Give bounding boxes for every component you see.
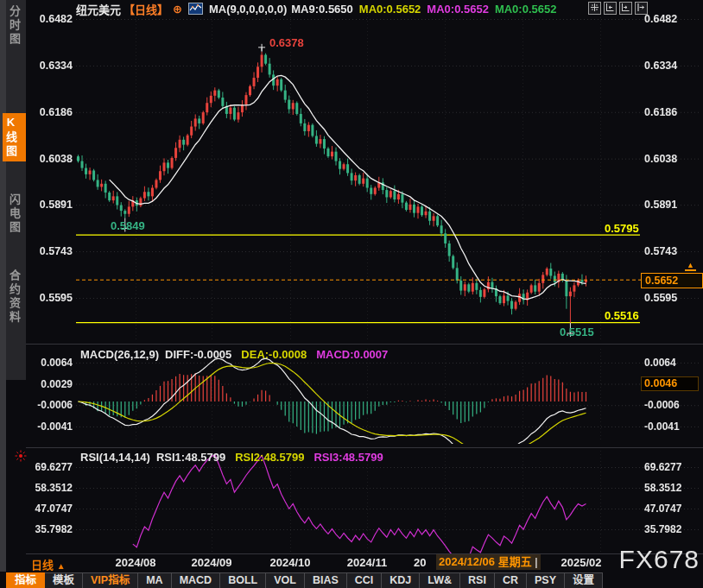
aug-low-annotation: 0.5849 <box>111 219 145 232</box>
rsi-axis-label: 35.7982 <box>644 523 681 535</box>
sidebar-item-time-chart[interactable]: 分时图 <box>6 5 26 47</box>
macd-axis-label: -0.0006 <box>644 399 680 411</box>
x-axis-tick: 2024/09 <box>192 556 232 569</box>
ma0-value-green: MA0:0.5652 <box>495 3 557 16</box>
indicator-toolbar: 指标模板VIP指标MAMACDBOLLVOLBIASCCIKDJLW&RSICR… <box>0 572 703 588</box>
ma0-value-yellow: MA0:0.5652 <box>359 3 421 16</box>
rsi-axis-label: 69.6277 <box>26 461 73 473</box>
toolbar-item-LW&[interactable]: LW& <box>420 572 460 588</box>
toolbar-item-RSI[interactable]: RSI <box>460 572 495 588</box>
ma0-value-magenta: MA0:0.5652 <box>427 3 489 16</box>
feb-low-annotation: 0.5515 <box>560 326 594 338</box>
macd-dea-value: DEA:-0.0008 <box>241 348 307 361</box>
macd-axis-label: 0.0029 <box>26 378 73 390</box>
macd-axis-label: 0.0064 <box>26 357 73 369</box>
high-annotation: 0.6378 <box>269 36 304 49</box>
price-axis-label: 0.5595 <box>26 292 73 304</box>
toolbar-item-KDJ[interactable]: KDJ <box>382 572 420 588</box>
shift-right-icon[interactable] <box>619 2 632 15</box>
toolbar-item-BOLL[interactable]: BOLL <box>220 572 266 588</box>
resistance-level-label: 0.5795 <box>605 222 639 235</box>
trading-app-window: 分时图 K线图 闪电图 合约资料 纽元美元 【日线】 ⊕ MA(9,0,0,0,… <box>0 0 703 588</box>
toolbar-item-MACD[interactable]: MACD <box>172 572 221 588</box>
macd-diff-value: DIFF:-0.0005 <box>165 348 231 361</box>
current-price-tag: 0.5652 <box>641 273 703 288</box>
chart-nav-icons <box>588 2 648 15</box>
x-axis-tick-partial: 20 <box>414 556 426 569</box>
rsi-axis-label: 35.7982 <box>26 523 73 535</box>
macd-axis-label: 0.0064 <box>644 357 676 369</box>
toolbar-item-MA[interactable]: MA <box>138 572 171 588</box>
period-selector[interactable]: 日线 ▲ <box>31 556 66 572</box>
price-axis-label: 0.5743 <box>644 245 677 257</box>
price-axis-label: 0.6334 <box>644 60 677 72</box>
panel-divider <box>26 344 703 345</box>
ma-settings-label: MA(9,0,0,0,0,0) <box>209 3 287 16</box>
price-axis-label: 0.6186 <box>26 106 73 118</box>
toolbar-item-VIP指标[interactable]: VIP指标 <box>83 572 138 588</box>
rsi-params: RSI(14,14,14) <box>80 451 150 464</box>
rsi-axis-label: 58.3512 <box>644 482 681 494</box>
toolbar-item-模板[interactable]: 模板 <box>45 572 83 588</box>
live-indicator-icon[interactable] <box>14 449 28 463</box>
macd-axis-label: -0.0006 <box>26 399 73 411</box>
pan-icon[interactable] <box>588 2 601 15</box>
rsi-header: RSI(14,14,14) RSI1:48.5799 RSI2:48.5799 … <box>80 451 383 464</box>
support-level-label: 0.5516 <box>605 309 639 322</box>
ma9-value: MA9:0.5650 <box>291 3 353 16</box>
toolbar-item-设置[interactable]: 设置 <box>565 572 603 588</box>
macd-params: MACD(26,12,9) <box>80 348 159 361</box>
price-axis-label: 0.6186 <box>644 106 677 118</box>
sidebar-item-candle-chart[interactable]: K线图 <box>3 113 26 161</box>
price-axis-label: 0.6038 <box>644 153 677 165</box>
price-axis-label: 0.5891 <box>26 199 73 211</box>
toolbar-item-VOL[interactable]: VOL <box>266 572 305 588</box>
chart-header: 纽元美元 【日线】 ⊕ MA(9,0,0,0,0,0) MA9:0.5650 M… <box>76 2 556 16</box>
x-axis-tick: 2024/10 <box>270 556 311 569</box>
rsi1-value: RSI1:48.5799 <box>156 451 225 464</box>
price-axis-label: 0.6334 <box>26 60 73 72</box>
rsi-axis-label: 47.0747 <box>26 503 73 515</box>
price-axis-label: 0.5891 <box>644 199 677 211</box>
toolbar-item-CCI[interactable]: CCI <box>347 572 383 588</box>
price-up-arrow-icon: ▲ <box>685 262 696 271</box>
mini-line-chart-icon[interactable] <box>188 3 203 15</box>
shift-left-icon[interactable] <box>604 2 617 15</box>
toolbar-item-PSY[interactable]: PSY <box>527 572 565 588</box>
price-axis-label: 0.6482 <box>644 13 677 25</box>
sidebar-edge-strip <box>0 0 6 572</box>
toolbar-item-指标[interactable]: 指标 <box>6 572 45 588</box>
macd-current-tag: 0.0046 <box>641 376 699 391</box>
macd-header: MACD(26,12,9) DIFF:-0.0005 DEA:-0.0008 M… <box>80 348 388 361</box>
price-axis-label: 0.5595 <box>644 292 677 304</box>
watermark-logo: FX678 <box>619 545 700 574</box>
text-cursor: | <box>535 555 537 568</box>
symbol-name: 纽元美元 <box>76 1 121 17</box>
x-axis-row: 日线 ▲ 20 2024/12/06 星期五 | 2024/082024/092… <box>0 554 703 572</box>
chart-type-sidebar: 分时图 K线图 闪电图 合约资料 <box>6 0 26 380</box>
toolbar-item-BIAS[interactable]: BIAS <box>305 572 347 588</box>
price-axis-label: 0.6482 <box>26 13 73 25</box>
toolbar-item-CR[interactable]: CR <box>495 572 527 588</box>
macd-bar-value: MACD:0.0007 <box>316 348 388 361</box>
jump-to-latest-icon[interactable] <box>635 2 648 15</box>
rsi-axis-label: 69.6277 <box>644 461 681 473</box>
rsi2-value: RSI2:48.5799 <box>235 451 304 464</box>
price-axis-label: 0.5743 <box>26 245 73 257</box>
panel-divider <box>26 447 703 448</box>
period-badge: 【日线】 <box>124 1 168 17</box>
rsi-axis-label: 47.0747 <box>644 503 681 515</box>
x-axis-cursor-date: 2024/12/06 星期五 | <box>436 554 541 570</box>
x-axis-tick: 2024/08 <box>116 556 156 569</box>
rsi3-value: RSI3:48.5799 <box>314 451 383 464</box>
x-axis-tick: 2025/02 <box>561 556 602 569</box>
macd-axis-label: -0.0041 <box>644 420 680 433</box>
rsi-axis-label: 58.3512 <box>26 482 73 494</box>
macd-axis-label: -0.0041 <box>26 420 73 433</box>
sidebar-item-contract-info[interactable]: 合约资料 <box>6 269 26 325</box>
add-indicator-icon[interactable]: ⊕ <box>173 3 182 16</box>
price-axis-label: 0.6038 <box>26 153 73 165</box>
sidebar-item-flash-chart[interactable]: 闪电图 <box>6 193 26 235</box>
chart-canvas[interactable] <box>0 0 703 588</box>
x-axis-tick: 2024/11 <box>347 556 387 569</box>
